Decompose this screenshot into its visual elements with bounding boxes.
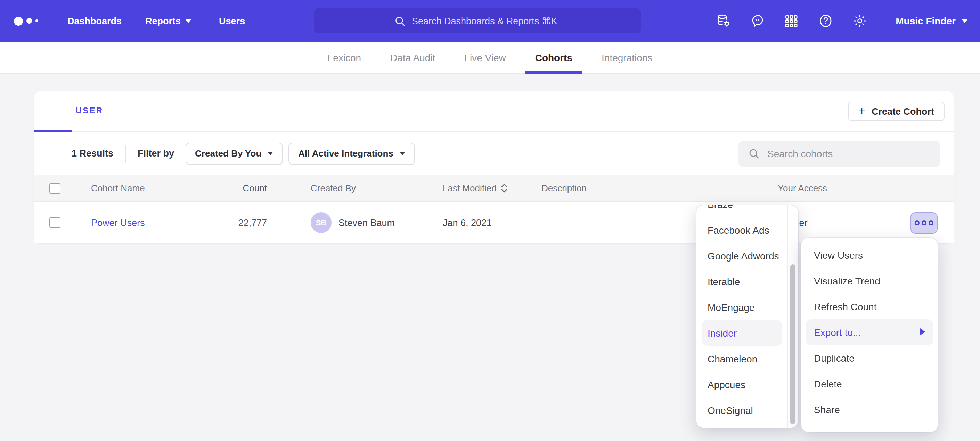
search-icon bbox=[394, 15, 406, 27]
menu-item-export-to[interactable]: Export to... bbox=[805, 319, 934, 345]
scrollbar-track bbox=[788, 205, 788, 428]
filter-by-label: Filter by bbox=[138, 148, 174, 158]
cohort-search[interactable] bbox=[738, 140, 940, 166]
menu-item-refresh-count[interactable]: Refresh Count bbox=[801, 294, 938, 319]
nav-users[interactable]: Users bbox=[219, 16, 245, 26]
tab-data-audit[interactable]: Data Audit bbox=[390, 42, 435, 74]
export-submenu: Braze Facebook Ads Google Adwords Iterab… bbox=[697, 205, 798, 428]
menu-item-view-users[interactable]: View Users bbox=[801, 242, 938, 268]
row-actions-button[interactable] bbox=[910, 212, 938, 234]
workspace-switcher[interactable]: Music Finder bbox=[896, 15, 967, 26]
more-dots-icon bbox=[915, 220, 920, 225]
active-tab-underline bbox=[34, 130, 72, 132]
submenu-item-google-adwords[interactable]: Google Adwords bbox=[697, 243, 788, 268]
col-cohort-name: Cohort Name bbox=[91, 175, 145, 201]
col-last-modified-sort[interactable]: Last Modified bbox=[443, 175, 508, 201]
row-checkbox[interactable] bbox=[49, 217, 60, 228]
submenu-item-chameleon[interactable]: Chameleon bbox=[697, 346, 788, 371]
col-your-access: Your Access bbox=[778, 175, 827, 201]
cohorts-card: USER + Create Cohort 1 Results Filter by… bbox=[34, 91, 954, 243]
avatar: SB bbox=[311, 212, 331, 233]
tab-live-view[interactable]: Live View bbox=[464, 42, 506, 74]
menu-item-share[interactable]: Share bbox=[801, 396, 938, 422]
scrollbar-thumb[interactable] bbox=[790, 264, 795, 424]
cohort-search-input[interactable] bbox=[767, 148, 920, 159]
chevron-down-icon bbox=[186, 19, 191, 22]
submenu-item-onesignal[interactable]: OneSignal bbox=[697, 397, 788, 423]
help-icon[interactable] bbox=[818, 13, 833, 29]
divider bbox=[125, 144, 126, 162]
mixpanel-logo-icon[interactable] bbox=[14, 16, 46, 26]
submenu-item-iterable[interactable]: Iterable bbox=[697, 268, 788, 294]
search-icon bbox=[748, 147, 760, 160]
data-management-icon[interactable] bbox=[716, 13, 731, 29]
col-created-by: Created By bbox=[311, 175, 356, 201]
filter-created-by-dropdown[interactable]: Created By You bbox=[185, 142, 283, 165]
table-row: Power Users 22,777 SB Steven Baum Jan 6,… bbox=[34, 202, 954, 243]
chevron-down-icon bbox=[399, 152, 405, 155]
create-cohort-button[interactable]: + Create Cohort bbox=[848, 102, 945, 121]
submenu-item-insider[interactable]: Insider bbox=[702, 320, 782, 346]
nav-reports[interactable]: Reports bbox=[145, 16, 191, 26]
chevron-down-icon bbox=[962, 19, 967, 22]
cohort-count: 22,777 bbox=[235, 202, 267, 243]
global-search[interactable] bbox=[314, 8, 641, 34]
submenu-arrow-icon bbox=[920, 328, 925, 335]
workspace-name: Music Finder bbox=[896, 15, 956, 26]
row-actions-menu: View Users Visualize Trend Refresh Count… bbox=[801, 238, 938, 432]
col-count: Count bbox=[235, 175, 267, 201]
select-all-checkbox-cell bbox=[49, 175, 60, 201]
last-modified-date: Jan 6, 2021 bbox=[443, 202, 492, 243]
submenu-item-facebook-ads[interactable]: Facebook Ads bbox=[697, 217, 788, 243]
select-all-checkbox[interactable] bbox=[49, 182, 60, 194]
tab-integrations[interactable]: Integrations bbox=[601, 42, 652, 74]
apps-grid-icon[interactable] bbox=[784, 13, 799, 29]
tab-lexicon[interactable]: Lexicon bbox=[328, 42, 361, 74]
created-by-name: Steven Baum bbox=[339, 217, 395, 228]
cohort-name-link[interactable]: Power Users bbox=[91, 217, 145, 228]
navbar-right: Music Finder bbox=[716, 0, 967, 42]
section-tabbar: Lexicon Data Audit Live View Cohorts Int… bbox=[0, 42, 980, 74]
col-description: Description bbox=[541, 175, 587, 201]
tab-user-cohorts[interactable]: USER bbox=[76, 106, 103, 115]
menu-item-visualize-trend[interactable]: Visualize Trend bbox=[801, 268, 938, 294]
tab-cohorts[interactable]: Cohorts bbox=[535, 42, 572, 74]
filter-row: 1 Results Filter by Created By You All A… bbox=[34, 132, 954, 174]
submenu-item-appcues[interactable]: Appcues bbox=[697, 371, 788, 397]
filter-integrations-dropdown[interactable]: All Active Integrations bbox=[288, 142, 415, 165]
menu-item-duplicate[interactable]: Duplicate bbox=[801, 345, 938, 371]
submenu-item-braze[interactable]: Braze bbox=[697, 205, 788, 217]
plus-icon: + bbox=[858, 105, 865, 117]
app-root: Dashboards Reports Users bbox=[0, 0, 980, 441]
global-search-input[interactable] bbox=[412, 16, 561, 26]
settings-gear-icon[interactable] bbox=[852, 13, 867, 29]
nav-dashboards[interactable]: Dashboards bbox=[67, 16, 122, 26]
results-count: 1 Results bbox=[72, 148, 113, 158]
submenu-item-moengage[interactable]: MoEngage bbox=[697, 294, 788, 320]
menu-item-delete[interactable]: Delete bbox=[801, 371, 938, 396]
sort-icon bbox=[501, 184, 508, 193]
table-header: Cohort Name Count Created By Last Modifi… bbox=[34, 174, 954, 202]
card-header: USER + Create Cohort bbox=[34, 91, 954, 132]
feedback-bubble-icon[interactable] bbox=[749, 13, 765, 29]
top-navbar: Dashboards Reports Users bbox=[0, 0, 980, 42]
chevron-down-icon bbox=[267, 152, 273, 155]
